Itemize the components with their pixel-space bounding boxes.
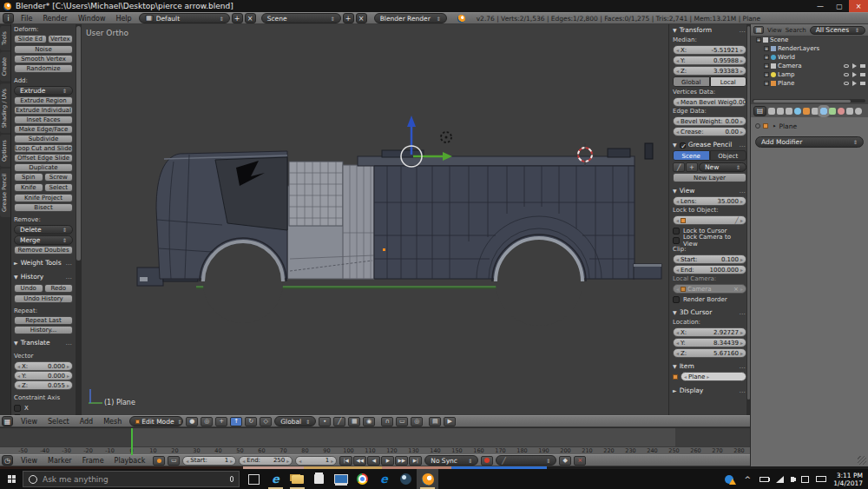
tab-world-icon[interactable]: [794, 108, 801, 115]
knife-button[interactable]: Knife: [14, 183, 43, 192]
scene-select[interactable]: Scene: [261, 13, 341, 23]
tab-texture-icon[interactable]: [846, 108, 853, 115]
close-layout-button[interactable]: ×: [245, 13, 256, 23]
visibility-eye-icon[interactable]: [844, 73, 849, 76]
chrome-icon[interactable]: [352, 469, 373, 489]
tab-constraints-icon[interactable]: [812, 108, 819, 115]
transport-button[interactable]: ◀◀: [353, 456, 366, 466]
snap-magnet-icon[interactable]: ∩: [381, 417, 393, 426]
selectability-cursor-icon[interactable]: [852, 72, 857, 77]
undo-history-button[interactable]: Undo History: [14, 294, 73, 303]
outliner-item[interactable]: + Scene: [751, 36, 868, 44]
make-edge-face-button[interactable]: Make Edge/Face: [14, 125, 73, 134]
median-z-field[interactable]: Z:3.93383: [673, 66, 746, 76]
minimize-button[interactable]: —: [811, 0, 830, 12]
manipulator-translate-icon[interactable]: ↑: [230, 417, 242, 426]
knife-select-button[interactable]: Select: [44, 183, 74, 192]
manipulator-axis-icon[interactable]: +: [215, 417, 227, 426]
outliner-scrollbar[interactable]: [753, 99, 865, 102]
use-preview-range-icon[interactable]: [153, 456, 165, 466]
weight-tools-panel-header[interactable]: Weight Tools…: [14, 258, 73, 268]
insert-keyframe-icon[interactable]: ◆: [559, 456, 571, 466]
cursor-z-field[interactable]: Z:5.67160: [673, 348, 746, 358]
expand-icon[interactable]: +: [764, 46, 769, 51]
repeat-last-button[interactable]: Repeat Last: [14, 316, 73, 325]
tab-modifiers-icon[interactable]: [820, 108, 827, 115]
translate-panel-header[interactable]: Translate…: [14, 338, 73, 348]
clock-warning-icon[interactable]: [725, 474, 735, 485]
translate-y-field[interactable]: Y:0.000: [14, 371, 73, 380]
keying-set-field[interactable]: ╱: [496, 455, 556, 466]
slide-edge-button[interactable]: Slide Ed: [14, 35, 47, 43]
loop-cut-button[interactable]: Loop Cut and Slide: [14, 144, 73, 153]
snap-element-icon[interactable]: ▭: [396, 417, 408, 426]
internet-explorer-icon[interactable]: e: [265, 469, 286, 489]
manipulator-rotate-icon[interactable]: ↻: [245, 417, 257, 426]
outliner-view-menu[interactable]: View: [767, 27, 782, 34]
start-button[interactable]: [0, 469, 23, 489]
add-modifier-select[interactable]: Add Modifier: [755, 136, 864, 148]
menu-item[interactable]: View: [16, 457, 43, 465]
network-icon[interactable]: [776, 476, 784, 483]
proportional-edit-icon[interactable]: ◎: [411, 417, 423, 426]
sync-mode-select[interactable]: No Sync: [424, 455, 478, 466]
view-panel-header[interactable]: View…: [673, 186, 746, 196]
remove-doubles-button[interactable]: Remove Doubles: [14, 246, 73, 254]
tab-material-icon[interactable]: [838, 108, 845, 115]
menu-item[interactable]: Help: [110, 15, 136, 23]
outliner-item[interactable]: + Lamp: [751, 70, 868, 79]
blender-icon[interactable]: [417, 469, 438, 489]
menu-item[interactable]: Select: [43, 418, 75, 426]
new-layer-button[interactable]: New Layer: [673, 173, 746, 182]
render-border-checkbox[interactable]: Render Border: [673, 294, 746, 304]
draw-pencil-icon[interactable]: ╱: [673, 162, 685, 172]
visibility-eye-icon[interactable]: [844, 64, 849, 68]
properties-editor-icon[interactable]: ▤: [753, 106, 766, 116]
outliner-item[interactable]: + Camera: [751, 62, 868, 70]
editor-type-icon[interactable]: i: [3, 13, 14, 23]
transform-panel-header[interactable]: Transform…: [673, 25, 746, 36]
transport-button[interactable]: ▶|: [409, 456, 422, 466]
timeline-ruler[interactable]: -50-40-30-20-100102030405060708090100110…: [0, 446, 750, 454]
cursor-x-field[interactable]: X:2.92727: [673, 327, 746, 337]
add-scene-button[interactable]: +: [343, 13, 354, 23]
editor-type-icon[interactable]: ▦: [2, 416, 13, 426]
speaker-icon[interactable]: [791, 477, 794, 482]
current-frame-indicator[interactable]: [131, 428, 133, 455]
lock-object-field[interactable]: ╱: [673, 215, 746, 225]
task-view-icon[interactable]: [243, 469, 265, 489]
merge-menu[interactable]: Merge: [14, 235, 73, 245]
current-frame-field[interactable]: 1: [295, 456, 337, 466]
expand-icon[interactable]: +: [764, 55, 769, 60]
display-panel-header[interactable]: Display…: [673, 386, 746, 396]
extrude-region-button[interactable]: Extrude Region: [14, 96, 73, 105]
mode-select[interactable]: Edit Mode: [129, 416, 183, 426]
expand-icon[interactable]: +: [756, 37, 761, 43]
lock-camera-checkbox[interactable]: Lock Camera to View: [673, 235, 746, 245]
edge-icon[interactable]: e: [373, 469, 395, 489]
tool-shelf-tab[interactable]: Grease Pencil: [0, 169, 10, 217]
global-toggle[interactable]: Global: [673, 76, 710, 87]
extrude-individual-button[interactable]: Extrude Individual: [14, 106, 73, 115]
occlude-geometry-icon[interactable]: ◉: [363, 417, 375, 426]
renderability-camera-icon[interactable]: [860, 64, 865, 68]
undo-button[interactable]: Undo: [14, 284, 43, 293]
timeline-canvas[interactable]: [0, 427, 750, 446]
history-panel-header[interactable]: History…: [14, 272, 73, 282]
action-center-icon[interactable]: [801, 476, 809, 483]
crease-field[interactable]: Crease:0.00: [673, 127, 746, 136]
noise-button[interactable]: Noise: [14, 45, 73, 54]
transport-button[interactable]: ◀: [367, 456, 380, 466]
battery-icon[interactable]: [760, 477, 769, 482]
bevel-weight-field[interactable]: Bevel Weight:0.00: [673, 116, 746, 126]
subdivide-button[interactable]: Subdivide: [14, 135, 73, 143]
screw-button[interactable]: Screw: [44, 173, 74, 182]
viewport-shading-icon[interactable]: ●: [186, 417, 198, 426]
selectability-cursor-icon[interactable]: [852, 81, 857, 86]
extrude-menu[interactable]: Extrude: [14, 86, 73, 96]
grease-new-button[interactable]: New: [699, 162, 746, 172]
randomize-button[interactable]: Randomize: [14, 64, 73, 73]
median-y-field[interactable]: Y:0.95988: [673, 56, 746, 65]
pivot-point-icon[interactable]: ◎: [201, 417, 213, 426]
grease-pencil-panel-header[interactable]: Grease Pencil…: [673, 140, 746, 150]
